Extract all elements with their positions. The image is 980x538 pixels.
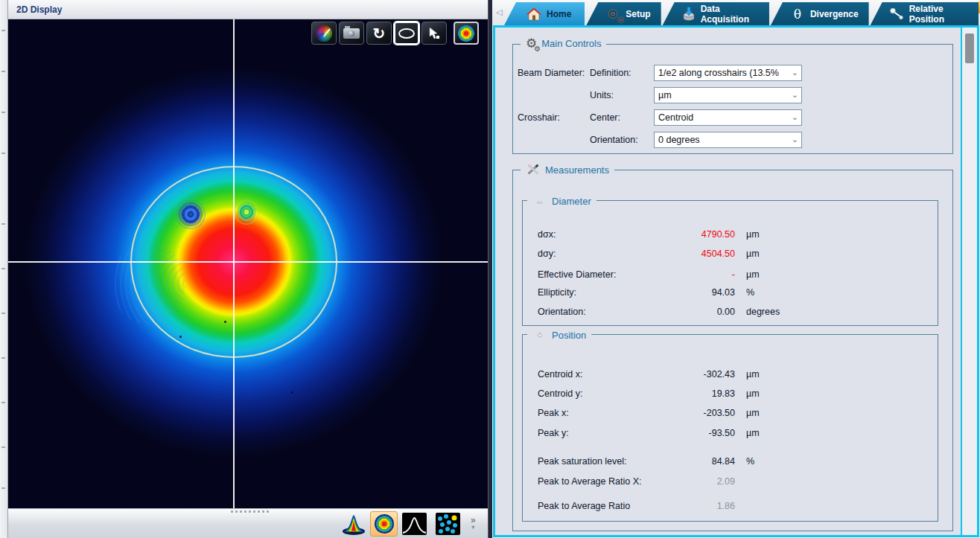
peak-x-unit: µm bbox=[746, 407, 760, 419]
vertical-scrollbar[interactable] bbox=[961, 28, 977, 535]
gauge-icon bbox=[316, 25, 332, 42]
crossed-tools-icon bbox=[526, 163, 541, 176]
tab-divergence-label: Divergence bbox=[810, 9, 859, 19]
measurements-title: Measurements bbox=[545, 164, 609, 176]
view-mode-toolbar: » ▾ bbox=[340, 511, 476, 537]
beam-image-canvas[interactable]: ↻ bbox=[8, 19, 488, 508]
centroid-x-label: Centroid x: bbox=[538, 368, 582, 380]
effective-diameter-unit: µm bbox=[746, 269, 760, 281]
ellipticity-unit: % bbox=[746, 286, 754, 298]
display-bottom-bar: » ▾ bbox=[8, 508, 488, 538]
effective-diameter-label: Effective Diameter: bbox=[538, 269, 616, 281]
display-toolbar: ↻ bbox=[311, 22, 479, 45]
home-tab-content: ⚙⚙ Main Controls Beam Diameter: Definiti… bbox=[493, 25, 979, 537]
rotate-tool-button[interactable]: ↻ bbox=[366, 22, 392, 45]
chevron-down-icon: ⌄ bbox=[792, 112, 798, 122]
view-3d-button[interactable] bbox=[340, 511, 367, 537]
units-label: Units: bbox=[590, 90, 654, 100]
centroid-x-unit: µm bbox=[746, 368, 760, 380]
orientation-meas-unit: degrees bbox=[746, 306, 780, 318]
tab-scroll-left-icon[interactable]: ◁ bbox=[496, 7, 502, 17]
position-title: Position bbox=[552, 330, 586, 341]
gauge-tool-button[interactable] bbox=[311, 22, 337, 45]
gears-icon: ⚙⚙ bbox=[526, 37, 537, 50]
centroid-x-value: -302.43 bbox=[661, 368, 735, 380]
tab-relative-position-label: Relative Position bbox=[909, 4, 968, 25]
dsx-unit: µm bbox=[746, 228, 760, 240]
dust-speck bbox=[291, 391, 293, 394]
centroid-y-label: Centroid y: bbox=[538, 388, 582, 400]
control-panel: ◁ ▷ Home ⚙⚙ Setup bbox=[492, 0, 980, 538]
view-profiles-button[interactable] bbox=[401, 511, 428, 537]
view-2d-button[interactable] bbox=[370, 511, 398, 537]
crosshair-group-label: Crosshair: bbox=[518, 112, 590, 123]
peak-y-value: -93.50 bbox=[661, 427, 735, 439]
tab-home-label: Home bbox=[547, 9, 571, 19]
center-label: Center: bbox=[590, 112, 654, 123]
2d-display-title: 2D Display bbox=[8, 0, 488, 19]
cursor-tool-button[interactable] bbox=[421, 22, 447, 45]
peak-saturation-label: Peak saturation level: bbox=[538, 455, 627, 467]
orientation-meas-value: 0.00 bbox=[661, 306, 735, 318]
dsx-label: dσx: bbox=[538, 228, 556, 240]
peak-avg-ratio-x-label: Peak to Average Ratio X: bbox=[538, 475, 641, 487]
chevron-down-icon: ⌄ bbox=[792, 90, 798, 100]
tab-home[interactable]: Home bbox=[504, 2, 585, 25]
peak-avg-ratio-label: Peak to Average Ratio bbox=[538, 500, 630, 512]
tab-data-acquisition[interactable]: Data Acquisition bbox=[663, 2, 769, 25]
splitter-grip-handle[interactable] bbox=[220, 510, 279, 513]
view-scatter-button[interactable] bbox=[434, 511, 462, 537]
tab-divergence[interactable]: θ Divergence bbox=[771, 2, 869, 25]
chevron-down-icon: ⌄ bbox=[792, 68, 798, 77]
divergence-theta-icon: θ bbox=[790, 7, 805, 21]
diameter-bullseye-icon: ↔ bbox=[532, 193, 547, 208]
bullseye-view-button[interactable] bbox=[454, 22, 479, 45]
ellipticity-label: Ellipticity: bbox=[538, 286, 576, 298]
view-2d-bullseye-icon bbox=[375, 514, 394, 534]
2d-display-panel: 2D Display ↻ bbox=[8, 0, 488, 538]
tab-strip: ◁ ▷ Home ⚙⚙ Setup bbox=[492, 0, 980, 25]
rotate-icon: ↻ bbox=[373, 26, 386, 41]
bullseye-icon bbox=[458, 25, 474, 42]
position-bullseye-icon: + bbox=[532, 327, 547, 342]
tab-relative-position[interactable]: Relative Position bbox=[871, 2, 979, 25]
dsx-value: 4790.50 bbox=[661, 228, 735, 240]
tab-data-acquisition-label: Data Acquisition bbox=[701, 4, 759, 25]
beam-diameter-ellipse-overlay bbox=[130, 166, 337, 358]
diameter-title: Diameter bbox=[552, 196, 591, 207]
peak-x-value: -203.50 bbox=[661, 407, 735, 419]
peak-avg-ratio-x-value: 2.09 bbox=[661, 475, 735, 487]
tab-setup-label: Setup bbox=[626, 9, 650, 19]
orientation-select[interactable]: 0 degrees ⌄ bbox=[654, 132, 802, 148]
relative-position-icon bbox=[890, 7, 904, 21]
main-controls-title: Main Controls bbox=[541, 38, 601, 49]
application-window: 2D Display ↻ bbox=[0, 0, 980, 538]
peak-y-label: Peak y: bbox=[538, 427, 569, 439]
camera-icon bbox=[343, 28, 360, 39]
ellipse-overlay-icon bbox=[398, 28, 415, 39]
tab-setup[interactable]: ⚙⚙ Setup bbox=[586, 2, 661, 25]
scrollbar-thumb[interactable] bbox=[965, 33, 974, 63]
units-select[interactable]: µm ⌄ bbox=[654, 87, 802, 103]
measurements-group: Measurements ↔ Diameter dσx: 4790.50 bbox=[512, 170, 953, 531]
setup-gears-icon: ⚙⚙ bbox=[605, 7, 620, 21]
more-views-button[interactable]: » ▾ bbox=[471, 517, 476, 531]
center-select[interactable]: Centroid ⌄ bbox=[654, 109, 802, 126]
clipped-left-panel bbox=[0, 0, 8, 538]
view-profiles-icon bbox=[402, 513, 427, 535]
definition-select[interactable]: 1/e2 along crosshairs (13.5% ⌄ bbox=[654, 65, 802, 81]
camera-tool-button[interactable] bbox=[339, 22, 364, 45]
ellipse-overlay-toggle-button[interactable] bbox=[394, 22, 419, 45]
dsy-label: dσy: bbox=[538, 248, 556, 260]
ellipticity-value: 94.03 bbox=[661, 286, 735, 298]
data-acquisition-icon bbox=[682, 7, 696, 21]
chevron-down-icon: ⌄ bbox=[792, 135, 798, 144]
peak-saturation-value: 84.84 bbox=[661, 455, 735, 467]
centroid-y-value: 19.83 bbox=[661, 388, 735, 400]
dsy-value: 4504.50 bbox=[661, 248, 735, 260]
peak-x-label: Peak x: bbox=[538, 407, 569, 419]
position-group: + Position Centroid x: -302.43 µm Centro… bbox=[522, 334, 938, 522]
dsy-unit: µm bbox=[746, 248, 760, 260]
orientation-meas-label: Orientation: bbox=[538, 306, 586, 318]
main-controls-group: ⚙⚙ Main Controls Beam Diameter: Definiti… bbox=[512, 44, 953, 154]
